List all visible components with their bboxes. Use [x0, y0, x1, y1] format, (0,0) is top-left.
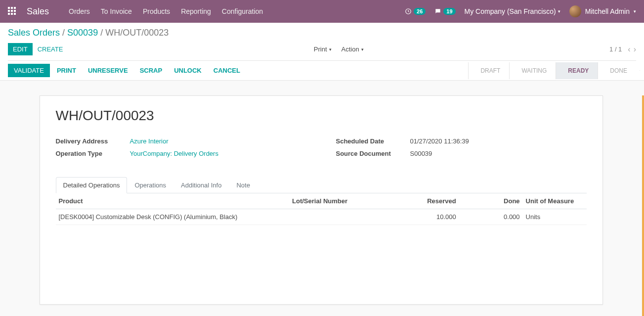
scrap-button[interactable]: SCRAP: [135, 64, 168, 77]
chatter: Send message Log note Schedule activity …: [40, 311, 603, 316]
discuss-indicator[interactable]: 19: [434, 8, 455, 15]
cell-lot: [289, 209, 395, 225]
col-lot[interactable]: Lot/Serial Number: [289, 193, 395, 209]
company-name: My Company (San Francisco): [465, 7, 556, 15]
col-reserved[interactable]: Reserved: [395, 193, 459, 209]
nav-right: 26 19 My Company (San Francisco) ▾ Mitch…: [405, 5, 636, 17]
record-title: WH/OUT/00023: [56, 108, 587, 124]
value-source-document: S00039: [410, 150, 587, 157]
breadcrumb-current: WH/OUT/00023: [105, 28, 169, 38]
activity-count: 26: [414, 8, 426, 15]
print-button[interactable]: PRINT: [52, 64, 81, 77]
breadcrumb-parent[interactable]: S00039: [67, 28, 98, 38]
stage-draft[interactable]: DRAFT: [468, 62, 509, 79]
chevron-down-icon: ▾: [634, 9, 636, 14]
nav-configuration[interactable]: Configuration: [222, 7, 263, 15]
tab-additional-info[interactable]: Additional Info: [173, 177, 229, 193]
print-dropdown[interactable]: Print ▾: [314, 45, 332, 53]
pager-prev[interactable]: ‹: [628, 45, 630, 54]
col-product[interactable]: Product: [56, 193, 290, 209]
app-brand: Sales: [27, 6, 49, 17]
discuss-count: 19: [443, 8, 455, 15]
label-scheduled-date: Scheduled Date: [336, 137, 410, 145]
content-area: WH/OUT/00023 Delivery Address Azure Inte…: [0, 95, 644, 316]
form-sheet: WH/OUT/00023 Delivery Address Azure Inte…: [40, 95, 603, 305]
value-delivery-address[interactable]: Azure Interior: [130, 137, 169, 145]
label-delivery-address: Delivery Address: [56, 137, 130, 145]
company-switcher[interactable]: My Company (San Francisco) ▾: [465, 7, 560, 15]
value-operation-type[interactable]: YourCompany: Delivery Orders: [130, 150, 218, 157]
value-scheduled-date: 01/27/2020 11:36:39: [410, 137, 587, 145]
activity-indicator[interactable]: 26: [405, 8, 426, 15]
apps-icon[interactable]: [8, 7, 17, 16]
cell-done: 0.000: [459, 209, 523, 225]
stage-waiting[interactable]: WAITING: [509, 62, 556, 79]
statusbar: VALIDATE PRINT UNRESERVE SCRAP UNLOCK CA…: [8, 60, 636, 80]
operations-table: Product Lot/Serial Number Reserved Done …: [56, 193, 587, 225]
chevron-down-icon: ▾: [329, 47, 332, 52]
cell-uom: Units: [523, 209, 587, 225]
chevron-down-icon: ▾: [361, 47, 364, 52]
table-row[interactable]: [DESK0004] Customizable Desk (CONFIG) (A…: [56, 209, 587, 225]
clock-icon: [405, 8, 412, 15]
user-menu[interactable]: Mitchell Admin ▾: [569, 5, 636, 17]
cancel-button[interactable]: CANCEL: [209, 64, 245, 77]
nav-links: Orders To Invoice Products Reporting Con…: [69, 7, 263, 15]
action-dropdown[interactable]: Action ▾: [342, 45, 364, 53]
user-name: Mitchell Admin: [585, 7, 630, 15]
col-done[interactable]: Done: [459, 193, 523, 209]
validate-button[interactable]: VALIDATE: [8, 64, 50, 77]
create-button[interactable]: CREATE: [33, 43, 68, 55]
cell-reserved: 10.000: [395, 209, 459, 225]
edit-button[interactable]: EDIT: [8, 43, 33, 55]
cell-product: [DESK0004] Customizable Desk (CONFIG) (A…: [56, 209, 290, 225]
tab-detailed-operations[interactable]: Detailed Operations: [56, 177, 128, 193]
tab-operations[interactable]: Operations: [127, 177, 173, 193]
unreserve-button[interactable]: UNRESERVE: [83, 64, 133, 77]
pager-text: 1 / 1: [609, 45, 622, 53]
stage-done[interactable]: DONE: [598, 62, 636, 79]
breadcrumb-root[interactable]: Sales Orders: [8, 28, 60, 38]
label-source-document: Source Document: [336, 150, 410, 157]
nav-reporting[interactable]: Reporting: [181, 7, 211, 15]
stage-ready[interactable]: READY: [556, 62, 598, 79]
col-uom[interactable]: Unit of Measure: [523, 193, 587, 209]
detail-tabs: Detailed Operations Operations Additiona…: [56, 177, 587, 193]
status-stages: DRAFT WAITING READY DONE: [468, 62, 636, 79]
nav-to-invoice[interactable]: To Invoice: [101, 7, 132, 15]
pager-next[interactable]: ›: [634, 45, 636, 54]
chevron-down-icon: ▾: [558, 9, 560, 14]
main-navbar: Sales Orders To Invoice Products Reporti…: [0, 0, 644, 23]
avatar: [569, 5, 581, 17]
action-label: Action: [342, 45, 359, 53]
control-panel: Sales Orders / S00039 / WH/OUT/00023 EDI…: [0, 23, 644, 81]
nav-products[interactable]: Products: [143, 7, 170, 15]
breadcrumb: Sales Orders / S00039 / WH/OUT/00023: [8, 28, 636, 38]
chat-icon: [434, 8, 441, 15]
label-operation-type: Operation Type: [56, 150, 130, 157]
nav-orders[interactable]: Orders: [69, 7, 90, 15]
tab-note[interactable]: Note: [229, 177, 257, 193]
unlock-button[interactable]: UNLOCK: [169, 64, 207, 77]
print-label: Print: [314, 45, 327, 53]
